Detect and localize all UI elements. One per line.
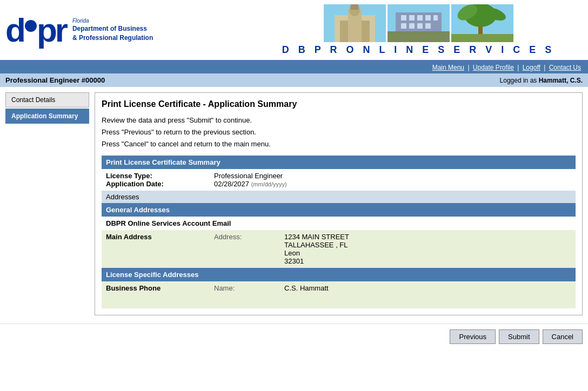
footer-buttons: Previous Submit Cancel — [0, 323, 588, 349]
banner-area: D B P R O N L I N E S E R V I C E S — [254, 4, 583, 56]
address-sublabel: Address: — [210, 230, 280, 268]
name-sublabel: Name: — [210, 281, 280, 295]
address-line2: TALLAHASSEE , FL — [284, 241, 571, 249]
license-type-text: Professional Engineer — [214, 172, 283, 180]
name-value: C.S. Hammatt — [280, 281, 576, 295]
page-header: dpr Florida Department of Business & Pro… — [0, 0, 588, 62]
address-line3: Leon — [284, 249, 571, 257]
svg-rect-5 — [340, 21, 348, 42]
license-type-label: License Type: Application Date: — [102, 169, 210, 191]
page-title: Professional Engineer #00000 — [5, 76, 105, 84]
logged-in-info: Logged in as Hammatt, C.S. — [500, 77, 583, 84]
svg-rect-14 — [401, 23, 406, 29]
addresses-subheader-row: Addresses — [102, 191, 576, 203]
business-phone-row: Business Phone Name: C.S. Hammatt — [102, 281, 576, 295]
addresses-label: Addresses — [102, 191, 576, 203]
logo-d: d — [5, 11, 24, 49]
banner-image-building — [387, 4, 450, 42]
app-date-value: 02/28/2027 — [214, 180, 249, 188]
svg-rect-11 — [417, 15, 423, 21]
empty-bottom-row — [102, 295, 576, 308]
logo-pr: pr — [37, 11, 66, 49]
svg-rect-10 — [409, 15, 415, 21]
sidebar-item-label: Contact Details — [11, 96, 55, 104]
svg-rect-6 — [362, 21, 370, 42]
dbpr-email-row: DBPR Online Services Account Email — [102, 217, 576, 230]
main-address-label: Main Address — [102, 230, 210, 268]
banner-title: D B P R O N L I N E S E R V I C E S — [254, 44, 583, 56]
content-panel: Print License Certificate - Application … — [95, 92, 583, 315]
general-addresses-label: General Addresses — [102, 203, 576, 217]
main-menu-link[interactable]: Main Menu — [432, 64, 464, 71]
nav-bar: Main Menu | Update Profile | Logoff | Co… — [0, 62, 588, 73]
user-name: Hammatt, C.S. — [539, 77, 583, 84]
summary-table-header: Print License Certificate Summary — [102, 156, 576, 169]
svg-rect-12 — [425, 15, 431, 21]
instruction-2: Press "Previous" to return to the previo… — [102, 126, 576, 138]
banner-image-palm — [451, 4, 513, 42]
content-title: Print License Certificate - Application … — [102, 99, 576, 109]
logo-text-area: Florida Department of Business & Profess… — [72, 18, 153, 43]
summary-table: Print License Certificate Summary Licens… — [102, 156, 576, 308]
sidebar-item-application-summary[interactable]: Application Summary — [5, 109, 89, 124]
update-profile-link[interactable]: Update Profile — [473, 64, 514, 71]
sidebar-item-label: Application Summary — [11, 112, 78, 120]
general-addresses-header: General Addresses — [102, 203, 576, 217]
sidebar-item-contact-details[interactable]: Contact Details — [5, 92, 89, 107]
dbpr-email-label: DBPR Online Services Account Email — [102, 217, 576, 230]
instruction-1: Review the data and press "Submit" to co… — [102, 114, 576, 126]
cancel-button[interactable]: Cancel — [543, 329, 583, 344]
main-content: Contact Details Application Summary Prin… — [0, 87, 588, 321]
logged-in-label: Logged in as — [500, 77, 539, 84]
license-type-value: Professional Engineer 02/28/2027 (mm/dd/… — [210, 169, 576, 191]
previous-button[interactable]: Previous — [450, 329, 496, 344]
logo-tagline: Department of Business & Professional Re… — [72, 24, 153, 43]
banner-image-capitol — [324, 4, 386, 42]
address-line4: 32301 — [284, 257, 571, 265]
instruction-3: Press "Cancel" to cancel and return to t… — [102, 138, 576, 150]
sub-header: Professional Engineer #00000 Logged in a… — [0, 73, 588, 87]
license-type-row: License Type: Application Date: Professi… — [102, 169, 576, 191]
svg-rect-26 — [451, 34, 513, 42]
svg-rect-13 — [433, 15, 438, 21]
address-value: 1234 MAIN STREET TALLAHASSEE , FL Leon 3… — [280, 230, 576, 268]
svg-rect-4 — [351, 4, 358, 10]
banner-images — [254, 4, 583, 42]
svg-rect-17 — [425, 23, 431, 29]
logo-florida: Florida — [72, 18, 153, 24]
sidebar: Contact Details Application Summary — [5, 92, 89, 315]
submit-button[interactable]: Submit — [499, 329, 539, 344]
license-specific-label: License Specific Addresses — [102, 268, 576, 281]
logo-circle — [25, 20, 37, 32]
svg-rect-16 — [417, 23, 423, 29]
main-address-row: Main Address Address: 1234 MAIN STREET T… — [102, 230, 576, 268]
logoff-link[interactable]: Logoff — [523, 64, 540, 71]
app-date-format: (mm/dd/yyyy) — [251, 181, 287, 187]
summary-header-row: Print License Certificate Summary — [102, 156, 576, 169]
svg-rect-20 — [387, 31, 450, 42]
instructions: Review the data and press "Submit" to co… — [102, 114, 576, 150]
business-phone-label: Business Phone — [102, 281, 210, 295]
license-specific-header: License Specific Addresses — [102, 268, 576, 281]
contact-us-link[interactable]: Contact Us — [549, 64, 581, 71]
logo-area: dpr Florida Department of Business & Pro… — [5, 14, 254, 47]
svg-rect-9 — [401, 15, 406, 21]
address-line1: 1234 MAIN STREET — [284, 233, 571, 241]
svg-rect-15 — [409, 23, 415, 29]
